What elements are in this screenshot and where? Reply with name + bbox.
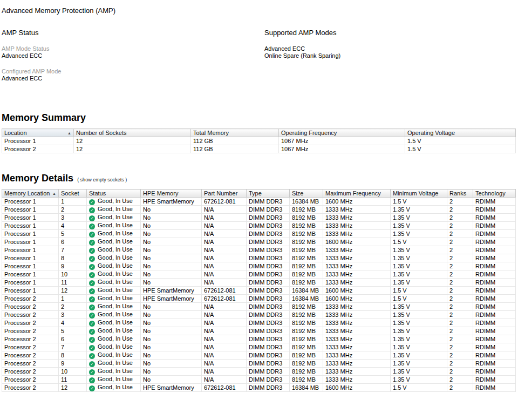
table-row: Processor 112✓Good, In UseHPE SmartMemor… [2,287,516,295]
table-row: Processor 27✓Good, In UseNoN/ADIMM DDR38… [2,343,516,351]
table-cell: 2 [447,198,473,206]
memory-summary-table: Location ▲ Number of Sockets Total Memor… [2,128,516,153]
table-cell: RDIMM [473,303,516,311]
table-cell: RDIMM [473,295,516,303]
table-row: Processor 28✓Good, In UseNoN/ADIMM DDR38… [2,351,516,360]
table-cell: 12 [59,384,87,392]
table-row: Processor 29✓Good, In UseNoN/ADIMM DDR38… [2,360,516,368]
table-cell: Processor 2 [2,319,59,327]
column-header-maximum-frequency[interactable]: Maximum Frequency [323,189,391,198]
table-cell: 16384 MB [290,198,323,206]
column-header-number-of-sockets[interactable]: Number of Sockets [74,129,191,137]
table-cell: Processor 1 [2,254,59,262]
table-cell: 6 [59,335,87,343]
table-cell: 8192 MB [290,246,323,254]
table-cell: 1.5 V [391,238,447,246]
table-cell: DIMM DDR3 [247,279,290,287]
table-cell: Processor 1 [2,262,59,270]
memory-summary-heading: Memory Summary [2,112,86,124]
table-cell: 1.5 V [391,295,447,303]
summary-table-body: Processor 112112 GB1067 MHz1.5 VProcesso… [2,137,516,153]
table-cell: N/A [202,327,247,335]
column-header-operating-frequency[interactable]: Operating Frequency [279,129,405,137]
table-cell: 6 [59,238,87,246]
table-cell: Processor 1 [2,230,59,238]
amp-status-section: AMP Status AMP Mode Status Advanced ECC … [2,29,264,82]
table-cell: 2 [447,222,473,230]
table-cell: 1.35 V [391,303,447,311]
page-title: Advanced Memory Protection (AMP) [2,6,516,15]
status-text: Good, In Use [98,360,133,366]
column-header-type[interactable]: Type [247,189,290,198]
status-cell: ✓Good, In Use [87,295,141,303]
table-cell: Processor 2 [2,295,59,303]
table-cell: 2 [447,376,473,384]
column-header-socket[interactable]: Socket [59,189,87,198]
table-cell: DIMM DDR3 [247,335,290,343]
table-row: Processor 211✓Good, In UseNoN/ADIMM DDR3… [2,376,516,384]
table-cell: 16384 MB [290,295,323,303]
column-header-operating-voltage[interactable]: Operating Voltage [405,129,516,137]
table-cell: RDIMM [473,279,516,287]
status-ok-check-icon: ✓ [89,232,95,238]
table-cell: Processor 1 [2,270,59,279]
table-cell: Processor 2 [2,351,59,360]
status-cell: ✓Good, In Use [87,214,141,222]
status-ok-check-icon: ✓ [89,369,95,375]
table-cell: Processor 2 [2,311,59,319]
amp-status-heading: AMP Status [2,29,264,37]
table-cell: RDIMM [473,198,516,206]
column-header-total-memory[interactable]: Total Memory [191,129,279,137]
table-cell: 1.35 V [391,335,447,343]
status-text: Good, In Use [98,319,133,326]
table-cell: RDIMM [473,230,516,238]
table-cell: 1333 MHz [323,327,391,335]
status-text: Good, In Use [98,238,133,245]
table-cell: Processor 1 [2,279,59,287]
status-cell: ✓Good, In Use [87,351,141,360]
table-cell: N/A [202,214,247,222]
column-header-part-number[interactable]: Part Number [202,189,247,198]
column-header-location[interactable]: Location ▲ [2,129,74,137]
status-cell: ✓Good, In Use [87,230,141,238]
table-cell: 1333 MHz [323,222,391,230]
table-cell: 2 [447,343,473,351]
show-empty-sockets-link[interactable]: ( show empty sockets ) [77,177,127,182]
table-cell: 672612-081 [202,384,247,392]
column-header-ranks[interactable]: Ranks [447,189,473,198]
table-cell: 7 [59,246,87,254]
column-header-minimum-voltage[interactable]: Minimum Voltage [391,189,447,198]
status-ok-check-icon: ✓ [89,223,95,229]
table-cell: RDIMM [473,238,516,246]
table-cell: N/A [202,254,247,262]
table-cell: Processor 2 [2,327,59,335]
table-cell: RDIMM [473,360,516,368]
table-cell: Processor 1 [2,137,74,145]
status-ok-check-icon: ✓ [89,248,95,254]
table-cell: N/A [202,376,247,384]
table-row: Processor 210✓Good, In UseNoN/ADIMM DDR3… [2,368,516,376]
table-cell: 8192 MB [290,262,323,270]
column-header-hpe-memory[interactable]: HPE Memory [141,189,202,198]
status-cell: ✓Good, In Use [87,319,141,327]
column-header-status[interactable]: Status [87,189,141,198]
sort-ascending-icon: ▲ [52,192,56,195]
table-cell: 1333 MHz [323,270,391,279]
table-cell: No [141,206,202,214]
summary-header-row: Location ▲ Number of Sockets Total Memor… [2,129,516,137]
table-cell: DIMM DDR3 [247,287,290,295]
column-header-technology[interactable]: Technology [473,189,516,198]
column-header-memory-location[interactable]: Memory Location ▲ [2,189,59,198]
status-cell: ✓Good, In Use [87,311,141,319]
table-cell: 3 [59,214,87,222]
table-row: Processor 22✓Good, In UseNoN/ADIMM DDR38… [2,303,516,311]
column-header-size[interactable]: Size [290,189,323,198]
table-cell: DIMM DDR3 [247,384,290,392]
table-cell: 2 [447,254,473,262]
status-text: Good, In Use [98,343,133,350]
table-row: Processor 19✓Good, In UseNoN/ADIMM DDR38… [2,262,516,270]
table-cell: No [141,279,202,287]
table-cell: 1333 MHz [323,360,391,368]
table-cell: 1.35 V [391,360,447,368]
table-cell: 672612-081 [202,198,247,206]
